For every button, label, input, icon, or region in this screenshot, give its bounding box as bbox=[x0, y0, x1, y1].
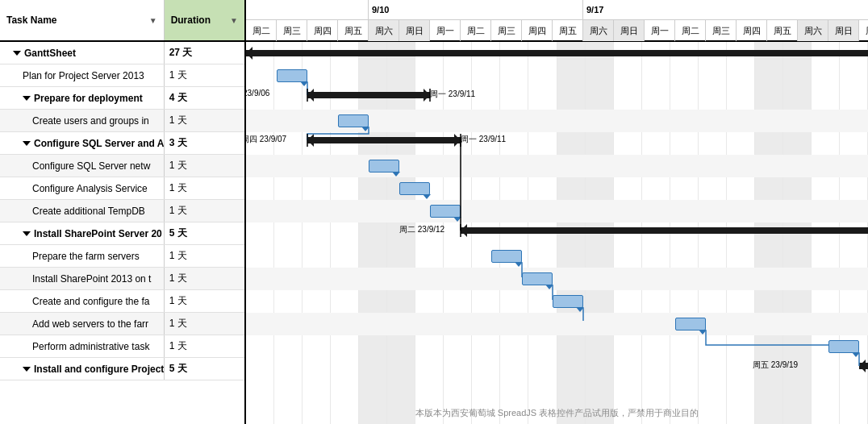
task-duration: 5 天 bbox=[169, 227, 187, 240]
day-col: 周日 bbox=[399, 20, 430, 41]
expand-icon[interactable] bbox=[13, 51, 21, 56]
bar-arrow bbox=[515, 262, 523, 267]
task-duration: 1 天 bbox=[169, 249, 187, 263]
bar-arrow bbox=[361, 127, 369, 131]
task-dur-cell: 5 天 bbox=[165, 358, 244, 380]
gantt-body: 23/9/06 周一 23/9/11 周四 23/9/07 周一 23/9/11 bbox=[246, 42, 868, 424]
day-col: 周五 bbox=[767, 20, 798, 41]
task-row: Prepare the farm servers 1 天 bbox=[0, 245, 244, 268]
gantt-header-top: 9/10 9/17 bbox=[246, 0, 868, 19]
duration-dropdown-icon[interactable]: ▼ bbox=[230, 16, 238, 25]
task-row: Perform administrative task 1 天 bbox=[0, 335, 244, 358]
task-row: Configure SQL Server netw 1 天 bbox=[0, 155, 244, 177]
task-row: Create additional TempDB 1 天 bbox=[0, 200, 244, 222]
task-name-label: Task Name bbox=[6, 15, 56, 26]
bar-arrow bbox=[699, 330, 707, 335]
day-col: 周六 bbox=[369, 20, 399, 41]
gantt-label: 周五 23/9/19 bbox=[753, 360, 798, 371]
task-dur-cell: 27 天 bbox=[165, 42, 244, 64]
gantt-bar bbox=[430, 205, 461, 218]
bar-arrow bbox=[300, 81, 308, 86]
header-row: Task Name ▼ Duration ▼ bbox=[0, 0, 244, 42]
bar-arrow bbox=[545, 285, 553, 289]
gantt-bar bbox=[553, 295, 583, 308]
day-col: 周三 bbox=[277, 20, 307, 41]
expand-icon[interactable] bbox=[23, 141, 31, 146]
task-name: Add web servers to the farr bbox=[32, 318, 148, 330]
task-duration: 1 天 bbox=[169, 114, 187, 127]
task-dur-cell: 1 天 bbox=[165, 177, 244, 199]
day-col: 周六 bbox=[583, 20, 614, 41]
day-col: 周六 bbox=[798, 20, 828, 41]
task-name-cell: Add web servers to the farr bbox=[0, 313, 165, 335]
expand-icon[interactable] bbox=[23, 231, 31, 236]
task-row: Install SharePoint 2013 on t 1 天 bbox=[0, 268, 244, 290]
gantt-label: 23/9/06 bbox=[246, 89, 269, 98]
connector-line bbox=[706, 330, 828, 345]
task-dur-cell: 1 天 bbox=[165, 200, 244, 222]
task-name: Install SharePoint 2013 on t bbox=[32, 273, 151, 285]
task-name: Perform administrative task bbox=[32, 341, 149, 352]
task-dur-cell: 3 天 bbox=[165, 132, 244, 154]
task-name-cell: Install and configure Project bbox=[0, 358, 165, 380]
gantt-bar bbox=[675, 318, 706, 330]
day-col: 周三 bbox=[491, 20, 522, 41]
task-row: Install SharePoint Server 20 5 天 bbox=[0, 222, 244, 245]
col-bg bbox=[331, 42, 359, 424]
summary-bar-ganttsheet bbox=[246, 50, 868, 56]
gantt-label: 周二 23/9/12 bbox=[399, 224, 444, 235]
gantt-bar bbox=[338, 114, 369, 127]
col-bg bbox=[274, 42, 303, 424]
task-duration: 1 天 bbox=[169, 159, 187, 173]
day-col: 周一 bbox=[430, 20, 461, 41]
week-group-917: 9/17 bbox=[583, 0, 868, 19]
task-dur-cell: 1 天 bbox=[165, 110, 244, 131]
task-name: Install and configure Project bbox=[34, 364, 164, 375]
gantt-header: 9/10 9/17 周二 周三 周四 周五 周六 周日 周一 周二 周三 周四 … bbox=[246, 0, 868, 42]
gantt-label: 周一 23/9/11 bbox=[430, 89, 475, 100]
day-col: 周二 bbox=[246, 20, 277, 41]
task-dur-cell: 1 天 bbox=[165, 64, 244, 86]
task-name: Install SharePoint Server 20 bbox=[34, 228, 162, 239]
week-group-910: 9/10 bbox=[369, 0, 583, 19]
day-col: 周一 bbox=[645, 20, 675, 41]
week-group-empty bbox=[246, 0, 369, 19]
day-col: 周二 bbox=[461, 20, 491, 41]
task-name: Configure SQL Server netw bbox=[32, 160, 150, 172]
task-row: Install and configure Project 5 天 bbox=[0, 358, 244, 380]
task-row: GanttSheet 27 天 bbox=[0, 42, 244, 64]
task-name-cell: Create users and groups in bbox=[0, 110, 165, 131]
task-name-header: Task Name ▼ bbox=[0, 0, 165, 40]
day-col: 周日 bbox=[828, 20, 859, 41]
watermark-text: 本版本为西安葡萄城 SpreadJS 表格控件产品试用版，严禁用于商业目的 bbox=[415, 407, 699, 419]
task-name: Create additional TempDB bbox=[32, 206, 145, 217]
task-name-cell: Create and configure the fa bbox=[0, 290, 165, 312]
task-row: Configure Analysis Service 1 天 bbox=[0, 177, 244, 200]
expand-icon[interactable] bbox=[23, 96, 31, 101]
task-row: Configure SQL Server and A 3 天 bbox=[0, 132, 244, 155]
bar-arrow bbox=[576, 307, 584, 312]
expand-icon[interactable] bbox=[23, 367, 31, 372]
task-dur-cell: 1 天 bbox=[165, 155, 244, 177]
task-name-cell: Prepare for deployment bbox=[0, 87, 165, 109]
task-name-cell: Configure SQL Server and A bbox=[0, 132, 165, 154]
task-name: GanttSheet bbox=[24, 48, 76, 59]
day-col: 周三 bbox=[706, 20, 737, 41]
task-duration: 3 天 bbox=[169, 136, 187, 150]
col-bg bbox=[246, 42, 274, 424]
task-row: Plan for Project Server 2013 1 天 bbox=[0, 64, 244, 87]
gantt-bar bbox=[491, 250, 522, 263]
col-bg-weekend bbox=[359, 42, 387, 424]
task-name-cell: Plan for Project Server 2013 bbox=[0, 64, 165, 86]
task-panel: Task Name ▼ Duration ▼ GanttSheet 27 天 bbox=[0, 0, 246, 424]
task-duration: 1 天 bbox=[169, 69, 187, 82]
bar-arrow bbox=[852, 352, 860, 357]
duration-label: Duration bbox=[171, 15, 211, 26]
task-row: Create and configure the fa 1 天 bbox=[0, 290, 244, 313]
task-dur-cell: 1 天 bbox=[165, 268, 244, 289]
task-name-dropdown-icon[interactable]: ▼ bbox=[149, 16, 157, 25]
task-name-cell: Prepare the farm servers bbox=[0, 245, 165, 267]
task-duration: 1 天 bbox=[169, 181, 187, 195]
tasks-list: GanttSheet 27 天 Plan for Project Server … bbox=[0, 42, 244, 424]
task-duration: 27 天 bbox=[169, 46, 193, 60]
